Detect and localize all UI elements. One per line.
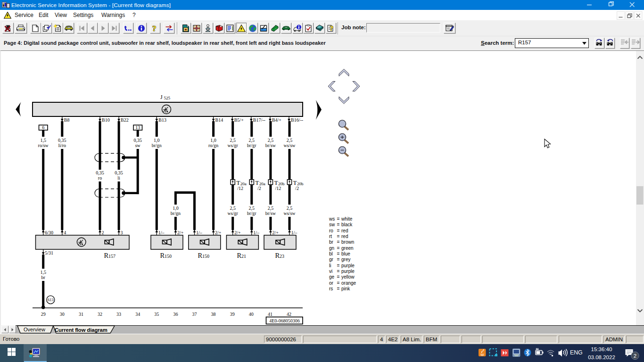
svg-text:?: ? [330,25,333,32]
svg-text:Current flow diagram: Current flow diagram [55,327,107,333]
svg-text:Overview: Overview [24,327,45,332]
svg-text:?: ? [152,25,157,32]
